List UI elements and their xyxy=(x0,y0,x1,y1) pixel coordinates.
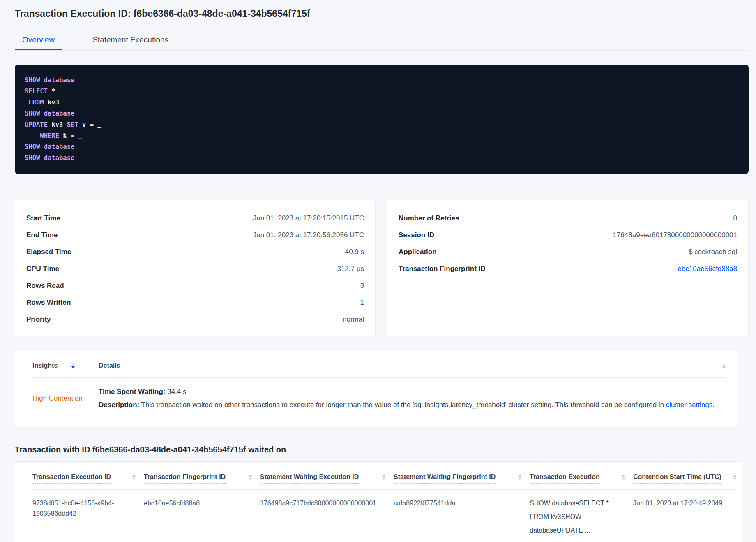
column-header-contention-start-time: Contention Start Time (UTC) xyxy=(633,473,736,484)
summary-kv-row: End Time Jun 01, 2023 at 17:20:56:2056 U… xyxy=(26,227,364,243)
cell-statement-waiting-fingerprint-id: \xdb8922f077541dda xyxy=(394,498,530,539)
kv-value: 0 xyxy=(733,214,737,222)
summary-kv-row: Application $ cockroach sql xyxy=(399,243,737,260)
cell-transaction-fingerprint-id: ebc10ae56cfd88a8 xyxy=(144,498,260,539)
sort-icon[interactable] xyxy=(132,475,136,480)
sql-statement-box: SHOW databaseSELECT * FROM kv3SHOW datab… xyxy=(15,65,749,174)
sort-desc-icon[interactable] xyxy=(71,363,75,368)
waited-table-row: 9738d051-bc0e-4158-a9b4-1903586ddd42 ebc… xyxy=(32,490,736,542)
insights-column-header: Insights xyxy=(32,362,99,372)
waited-table-header: Transaction Execution ID Transaction Fin… xyxy=(32,462,736,490)
session-summary-card: Number of Retries 0 Session ID 17648a9ee… xyxy=(387,200,749,336)
summary-kv-row: Elapsed Time 40.9 s xyxy=(26,243,364,260)
kv-label: Elapsed Time xyxy=(26,248,71,256)
kv-label: Priority xyxy=(26,315,51,324)
kv-label: Rows Written xyxy=(26,299,71,307)
insights-column-label[interactable]: Insights xyxy=(32,362,58,372)
insight-type-badge: High Contention xyxy=(32,394,99,403)
kv-label: Rows Read xyxy=(26,282,64,290)
sort-icon[interactable] xyxy=(382,475,385,480)
kv-value: normal xyxy=(343,315,364,324)
kv-label: Session ID xyxy=(399,231,434,239)
kv-value: 312.7 µs xyxy=(337,265,364,273)
kv-value: Jun 01, 2023 at 17:20:56:2056 UTC xyxy=(253,231,364,239)
column-header-transaction-execution-id: Transaction Execution ID xyxy=(32,473,144,484)
waited-on-table: Transaction Execution ID Transaction Fin… xyxy=(15,461,742,542)
cell-contention-start-time: Jun 01, 2023 at 17:20:49:2049 xyxy=(633,498,736,539)
summary-kv-row: CPU Time 312.7 µs xyxy=(26,260,364,277)
kv-label: CPU Time xyxy=(26,265,59,273)
cell-statement-waiting-execution-id: 176498a9c717bdc80000000000000001 xyxy=(260,498,394,539)
column-header-transaction-execution: Transaction Execution xyxy=(530,473,633,484)
summary-kv-row: Transaction Fingerprint ID ebc10ae56cfd8… xyxy=(399,260,737,277)
summary-kv-row: Number of Retries 0 xyxy=(399,210,737,227)
summary-kv-row: Rows Read 3 xyxy=(26,277,364,294)
kv-label: Start Time xyxy=(26,214,60,222)
summary-kv-row: Rows Written 1 xyxy=(26,294,364,311)
sql-code: SHOW databaseSELECT * FROM kv3SHOW datab… xyxy=(25,75,739,164)
summary-kv-row: Session ID 17648a9eea6017800000000000000… xyxy=(399,227,737,243)
kv-label: Transaction Fingerprint ID xyxy=(399,265,486,273)
page-container: Transaction Execution ID: f6be6366-da03-… xyxy=(0,8,756,542)
column-header-statement-waiting-fingerprint-id: Statement Waiting Fingerprint ID xyxy=(394,473,530,484)
kv-value: 3 xyxy=(360,282,364,290)
cluster-settings-link[interactable]: cluster settings xyxy=(666,401,712,409)
kv-value: $ cockroach sql xyxy=(689,248,737,256)
kv-value: 40.9 s xyxy=(345,248,364,256)
time-spent-waiting: Time Spent Waiting: 34.4 s xyxy=(99,387,726,397)
column-header-statement-waiting-execution-id: Statement Waiting Execution ID xyxy=(260,473,394,484)
insights-table-header: Insights Details xyxy=(32,351,726,378)
kv-value: 17648a9eea6017800000000000000001 xyxy=(613,231,737,239)
kv-value: Jun 01, 2023 at 17:20:15:2015 UTC xyxy=(253,214,364,222)
cell-transaction-execution-id: 9738d051-bc0e-4158-a9b4-1903586ddd42 xyxy=(32,498,144,539)
insight-row: High Contention Time Spent Waiting: 34.4… xyxy=(32,378,726,421)
sort-icon[interactable] xyxy=(722,363,726,368)
page-title: Transaction Execution ID: f6be6366-da03-… xyxy=(15,8,749,19)
cell-transaction-execution[interactable]: SHOW databaseSELECT * FROM kv3SHOW datab… xyxy=(530,498,633,539)
waited-on-heading: Transaction with ID f6be6366-da03-48de-a… xyxy=(15,445,749,454)
sort-icon[interactable] xyxy=(249,475,252,480)
transaction-fingerprint-link[interactable]: ebc10ae56cfd88a8 xyxy=(678,265,737,273)
insights-table: Insights Details High Contention Time Sp… xyxy=(15,351,738,427)
sort-icon[interactable] xyxy=(518,475,521,480)
sort-icon[interactable] xyxy=(733,475,736,480)
sort-icon[interactable] xyxy=(622,475,625,480)
kv-label: Application xyxy=(399,248,437,256)
tab-statement-executions[interactable]: Statement Executions xyxy=(85,30,176,50)
summary-kv-row: Priority normal xyxy=(26,311,364,328)
summary-kv-row: Start Time Jun 01, 2023 at 17:20:15:2015… xyxy=(26,210,364,227)
summary-cards: Start Time Jun 01, 2023 at 17:20:15:2015… xyxy=(15,200,749,336)
kv-label: Number of Retries xyxy=(399,214,459,222)
insight-details: Time Spent Waiting: 34.4 s Description: … xyxy=(99,387,726,410)
timing-summary-card: Start Time Jun 01, 2023 at 17:20:15:2015… xyxy=(15,200,376,336)
column-header-transaction-fingerprint-id: Transaction Fingerprint ID xyxy=(144,473,260,484)
tab-bar: Overview Statement Executions xyxy=(15,30,749,51)
insight-description: Description: This transaction waited on … xyxy=(99,400,726,410)
kv-value: 1 xyxy=(360,299,364,307)
kv-label: End Time xyxy=(26,231,58,239)
details-column-label[interactable]: Details xyxy=(99,362,120,372)
tab-overview[interactable]: Overview xyxy=(15,30,62,50)
